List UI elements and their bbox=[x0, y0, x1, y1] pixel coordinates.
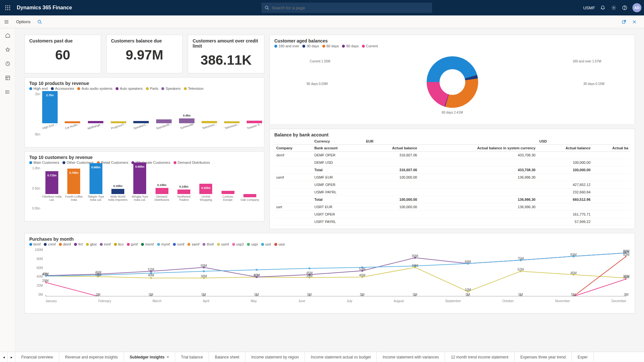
table-header[interactable]: Bank account bbox=[312, 145, 364, 152]
tab-close-icon[interactable]: ✕ bbox=[166, 355, 169, 359]
bar-col[interactable]: 0.96bnTailspin Toys India Ltd. bbox=[86, 163, 106, 202]
table-row[interactable]: USRT PAYRL57,999.22 bbox=[274, 218, 630, 226]
legend-item[interactable]: demf bbox=[59, 242, 71, 246]
table-row[interactable]: USMF PAYRL232,660.84 bbox=[274, 189, 630, 196]
legend-item[interactable]: samf bbox=[187, 242, 199, 246]
legend-item[interactable]: frrt bbox=[74, 242, 82, 246]
help-icon[interactable] bbox=[621, 5, 628, 11]
bar-col[interactable]: Television... bbox=[202, 121, 217, 128]
nav-toggle-icon[interactable] bbox=[3, 18, 10, 26]
bar-col[interactable]: SpeakerC... bbox=[133, 121, 149, 128]
bar-col[interactable]: 0.32bnOrchid Shopping bbox=[196, 184, 215, 202]
legend-item[interactable]: usrt bbox=[261, 242, 271, 246]
bar-col[interactable]: 2.7bnHigh End ... bbox=[42, 91, 58, 128]
table-header[interactable]: Actual balance in system currency bbox=[419, 145, 537, 152]
notifications-icon[interactable] bbox=[600, 5, 606, 11]
chart-top-products[interactable]: 2bn0bn 2.7bnHigh End ...Car Audio...MidR… bbox=[29, 92, 260, 144]
bar-col[interactable]: 0.98bnWingtip Toys India Ltd. bbox=[130, 162, 149, 202]
bar-col[interactable]: MidRange ... bbox=[87, 121, 104, 128]
legend-item[interactable]: 60 days bbox=[322, 44, 339, 48]
kpi-card-over-limit[interactable]: Customers amount over credit limit 386.1… bbox=[188, 35, 264, 73]
report-tab[interactable]: Subledger insights✕ bbox=[124, 352, 175, 362]
legend-item[interactable]: Speakers bbox=[161, 87, 180, 90]
table-header[interactable]: Actual ba bbox=[592, 145, 630, 152]
legend-item[interactable]: cnmf bbox=[44, 242, 56, 246]
bar-col[interactable]: 0.19bnDemand Distributors bbox=[152, 188, 171, 202]
bar-col[interactable]: 0.79bnFourth Coffee India bbox=[64, 169, 83, 202]
legend-item[interactable]: 90 days bbox=[342, 44, 359, 48]
report-tab[interactable]: 12 month trend income statement bbox=[445, 352, 515, 362]
bar-col[interactable]: Oak Company bbox=[240, 194, 260, 202]
bar-col[interactable]: 0.4bnSubwoofer bbox=[179, 118, 194, 128]
bank-table-scroll[interactable]: Currency EUR USD CompanyBank accountActu… bbox=[274, 138, 630, 226]
report-tab[interactable]: Exper bbox=[572, 352, 594, 362]
legend-item[interactable]: Current bbox=[362, 44, 378, 48]
user-avatar[interactable]: AD bbox=[632, 3, 641, 12]
table-row[interactable]: USRT OPER161,775.71 bbox=[274, 211, 630, 218]
report-tab[interactable]: Balance sheet bbox=[209, 352, 245, 362]
legend-item[interactable]: Auto audio systems bbox=[77, 87, 112, 90]
legend-item[interactable]: mymf bbox=[157, 242, 170, 246]
company-code[interactable]: USMF bbox=[583, 5, 595, 10]
chart-purchases[interactable]: 100M80M60M40M20M0M 43M42M29M46M41M0M52M4… bbox=[29, 248, 630, 303]
bar-col[interactable]: ProjectorT... bbox=[111, 121, 126, 128]
recent-icon[interactable] bbox=[5, 60, 11, 67]
legend-item[interactable]: Parts bbox=[146, 87, 158, 90]
legend-item[interactable]: usmf bbox=[217, 242, 229, 246]
bar-col[interactable]: Contoso Europe bbox=[218, 191, 237, 202]
legend-item[interactable]: thmf bbox=[203, 242, 213, 246]
legend-item[interactable]: Television bbox=[184, 87, 204, 90]
report-tab[interactable]: Income statement actual vs budget bbox=[305, 352, 377, 362]
chart-aged-donut[interactable]: 180 and over 1.57M 30 days 0.15M 60 days… bbox=[274, 50, 630, 114]
home-icon[interactable] bbox=[5, 32, 11, 39]
table-header[interactable]: Actual balance bbox=[364, 145, 419, 152]
chart-top-customers[interactable]: 1.0bn0.5bn0.0bn 0.71bnFabrikam India Ltd… bbox=[29, 166, 260, 218]
favorites-icon[interactable] bbox=[5, 46, 11, 53]
legend-item[interactable]: High end bbox=[29, 87, 48, 90]
legend-item[interactable]: 180 and over bbox=[274, 44, 299, 48]
kpi-card-balance-due[interactable]: Customers balance due 9.97M bbox=[106, 35, 183, 73]
table-header[interactable]: Company bbox=[274, 145, 312, 152]
table-row[interactable]: demfDEMF OPER316,607.06433,708.30 bbox=[274, 152, 630, 159]
popout-icon[interactable] bbox=[621, 19, 627, 25]
legend-item[interactable]: gbsi bbox=[86, 242, 97, 246]
bar-col[interactable]: Car Audio... bbox=[65, 121, 80, 128]
table-row[interactable]: Total100,000.00136,986.30660,512.96 bbox=[274, 196, 630, 203]
legend-item[interactable]: Demand Distributors bbox=[174, 161, 210, 164]
legend-item[interactable]: rumf bbox=[173, 242, 184, 246]
legend-item[interactable]: inmf bbox=[100, 242, 111, 246]
legend-item[interactable]: Auto speakers bbox=[116, 87, 142, 90]
legend-item[interactable]: uspi bbox=[247, 242, 258, 246]
legend-item[interactable]: mxmf bbox=[141, 242, 154, 246]
table-row[interactable]: USMF OPER427,852.12 bbox=[274, 181, 630, 189]
legend-item[interactable]: Main Customers bbox=[29, 161, 59, 164]
table-row[interactable]: usrtUSRT EUR100,000.00136,986.30 bbox=[274, 203, 630, 211]
modules-icon[interactable] bbox=[5, 89, 11, 95]
bar-col[interactable]: 0.16bnWide World India Importers bbox=[108, 189, 128, 202]
bar-col[interactable]: StandardS... bbox=[156, 119, 172, 128]
tab-scroll-right-icon[interactable]: ▸ bbox=[8, 352, 15, 362]
report-tab[interactable]: Revenue and expense insights bbox=[59, 352, 124, 362]
bar-col[interactable]: 0.14bnNorthwind Traders bbox=[174, 190, 194, 202]
report-tab[interactable]: Income statement with variances bbox=[377, 352, 445, 362]
settings-icon[interactable] bbox=[611, 5, 617, 11]
table-header[interactable]: Actual balance bbox=[537, 145, 592, 152]
table-row[interactable]: Total316,607.06433,708.30100,000.00 bbox=[274, 166, 630, 174]
kpi-card-past-due[interactable]: Customers past due 60 bbox=[24, 35, 101, 73]
legend-item[interactable]: jpmf bbox=[127, 242, 138, 246]
search-input[interactable] bbox=[272, 5, 429, 10]
report-tab[interactable]: Trial balance bbox=[175, 352, 209, 362]
legend-item[interactable]: brmf bbox=[29, 242, 41, 246]
bar-col[interactable]: Television... bbox=[224, 121, 240, 128]
table-row[interactable]: DEMF USD100,000.00 bbox=[274, 159, 630, 166]
options-button[interactable]: Options bbox=[16, 19, 31, 24]
table-row[interactable]: usmfUSMF EUR100,000.00136,986.30 bbox=[274, 174, 630, 181]
legend-item[interactable]: Accessories bbox=[51, 87, 74, 90]
bar-col[interactable]: 0.71bnFabrikam India Ltd. bbox=[42, 171, 62, 202]
tab-scroll-left-icon[interactable]: ◂ bbox=[0, 352, 8, 362]
report-tab[interactable]: Expenses three year trend bbox=[515, 352, 572, 362]
close-icon[interactable] bbox=[631, 19, 638, 25]
report-tab[interactable]: Income statement by region bbox=[245, 352, 305, 362]
search-box[interactable] bbox=[261, 3, 432, 13]
workspaces-icon[interactable] bbox=[5, 75, 11, 81]
